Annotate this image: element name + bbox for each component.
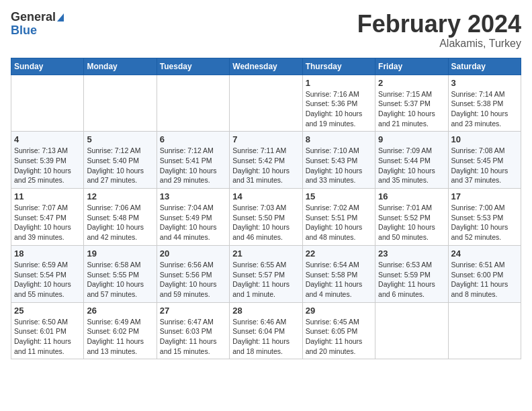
calendar-cell: 4Sunrise: 7:13 AMSunset: 5:39 PMDaylight…	[11, 132, 84, 189]
day-number: 14	[232, 191, 299, 201]
day-info: Sunrise: 6:45 AMSunset: 6:05 PMDaylight:…	[306, 317, 372, 357]
day-number: 6	[160, 134, 226, 144]
logo-blue: Blue	[11, 24, 64, 38]
calendar-cell: 24Sunrise: 6:51 AMSunset: 6:00 PMDayligh…	[448, 245, 521, 302]
calendar-week-row: 11Sunrise: 7:07 AMSunset: 5:47 PMDayligh…	[11, 189, 521, 246]
calendar-cell: 3Sunrise: 7:14 AMSunset: 5:38 PMDaylight…	[448, 75, 521, 132]
day-info: Sunrise: 6:54 AMSunset: 5:58 PMDaylight:…	[306, 260, 372, 300]
calendar-cell: 20Sunrise: 6:56 AMSunset: 5:56 PMDayligh…	[157, 245, 229, 302]
day-number: 20	[160, 248, 226, 259]
title-block: February 2024 Alakamis, Turkey	[357, 11, 521, 50]
day-info: Sunrise: 6:49 AMSunset: 6:02 PMDaylight:…	[87, 317, 153, 357]
day-info: Sunrise: 7:12 AMSunset: 5:40 PMDaylight:…	[87, 146, 153, 185]
day-number: 12	[87, 191, 153, 201]
day-info: Sunrise: 6:55 AMSunset: 5:57 PMDaylight:…	[232, 260, 299, 300]
calendar-cell: 9Sunrise: 7:09 AMSunset: 5:44 PMDaylight…	[375, 132, 448, 189]
weekday-header-thursday: Thursday	[302, 58, 375, 75]
day-info: Sunrise: 7:08 AMSunset: 5:45 PMDaylight:…	[451, 146, 518, 185]
calendar-cell: 7Sunrise: 7:11 AMSunset: 5:42 PMDaylight…	[230, 132, 302, 189]
day-number: 1	[306, 78, 372, 88]
day-info: Sunrise: 7:03 AMSunset: 5:50 PMDaylight:…	[232, 203, 299, 242]
day-number: 18	[14, 248, 81, 259]
day-number: 25	[14, 306, 81, 316]
weekday-header-wednesday: Wednesday	[230, 58, 302, 75]
day-number: 9	[378, 134, 445, 144]
day-info: Sunrise: 7:01 AMSunset: 5:52 PMDaylight:…	[378, 203, 445, 242]
calendar-cell: 25Sunrise: 6:50 AMSunset: 6:01 PMDayligh…	[11, 302, 84, 359]
day-number: 19	[87, 248, 153, 259]
day-info: Sunrise: 7:09 AMSunset: 5:44 PMDaylight:…	[378, 146, 445, 185]
day-number: 2	[378, 78, 445, 88]
day-info: Sunrise: 6:47 AMSunset: 6:03 PMDaylight:…	[160, 317, 226, 357]
calendar-cell: 23Sunrise: 6:53 AMSunset: 5:59 PMDayligh…	[375, 245, 448, 302]
logo-general: General	[11, 11, 64, 24]
calendar-week-row: 18Sunrise: 6:59 AMSunset: 5:54 PMDayligh…	[11, 245, 521, 302]
day-number: 27	[160, 306, 226, 316]
day-info: Sunrise: 6:51 AMSunset: 6:00 PMDaylight:…	[451, 260, 518, 300]
page-header: General Blue February 2024 Alakamis, Tur…	[11, 11, 521, 50]
calendar-cell: 8Sunrise: 7:10 AMSunset: 5:43 PMDaylight…	[302, 132, 375, 189]
logo: General Blue	[11, 11, 64, 38]
calendar-cell: 18Sunrise: 6:59 AMSunset: 5:54 PMDayligh…	[11, 245, 84, 302]
calendar-cell: 12Sunrise: 7:06 AMSunset: 5:48 PMDayligh…	[84, 189, 157, 246]
day-info: Sunrise: 7:10 AMSunset: 5:43 PMDaylight:…	[306, 146, 372, 185]
day-info: Sunrise: 7:06 AMSunset: 5:48 PMDaylight:…	[87, 203, 153, 242]
calendar-cell: 16Sunrise: 7:01 AMSunset: 5:52 PMDayligh…	[375, 189, 448, 246]
day-info: Sunrise: 7:07 AMSunset: 5:47 PMDaylight:…	[14, 203, 81, 242]
calendar-cell: 27Sunrise: 6:47 AMSunset: 6:03 PMDayligh…	[157, 302, 229, 359]
calendar-cell	[375, 302, 448, 359]
day-number: 28	[232, 306, 299, 316]
day-info: Sunrise: 6:50 AMSunset: 6:01 PMDaylight:…	[14, 317, 81, 357]
day-number: 8	[306, 134, 372, 144]
day-info: Sunrise: 7:04 AMSunset: 5:49 PMDaylight:…	[160, 203, 226, 242]
calendar-week-row: 1Sunrise: 7:16 AMSunset: 5:36 PMDaylight…	[11, 75, 521, 132]
calendar-cell	[448, 302, 521, 359]
calendar-week-row: 4Sunrise: 7:13 AMSunset: 5:39 PMDaylight…	[11, 132, 521, 189]
day-info: Sunrise: 7:14 AMSunset: 5:38 PMDaylight:…	[451, 89, 518, 129]
day-info: Sunrise: 7:11 AMSunset: 5:42 PMDaylight:…	[232, 146, 299, 185]
calendar-cell: 29Sunrise: 6:45 AMSunset: 6:05 PMDayligh…	[302, 302, 375, 359]
day-number: 10	[451, 134, 518, 144]
calendar-cell: 28Sunrise: 6:46 AMSunset: 6:04 PMDayligh…	[230, 302, 302, 359]
calendar-cell: 2Sunrise: 7:15 AMSunset: 5:37 PMDaylight…	[375, 75, 448, 132]
day-number: 3	[451, 78, 518, 88]
day-number: 26	[87, 306, 153, 316]
calendar-cell: 22Sunrise: 6:54 AMSunset: 5:58 PMDayligh…	[302, 245, 375, 302]
weekday-header-row: SundayMondayTuesdayWednesdayThursdayFrid…	[11, 58, 521, 75]
location-title: Alakamis, Turkey	[357, 38, 521, 50]
day-number: 7	[232, 134, 299, 144]
day-number: 21	[232, 248, 299, 259]
day-info: Sunrise: 7:12 AMSunset: 5:41 PMDaylight:…	[160, 146, 226, 185]
day-number: 4	[14, 134, 81, 144]
weekday-header-tuesday: Tuesday	[157, 58, 229, 75]
day-info: Sunrise: 7:16 AMSunset: 5:36 PMDaylight:…	[306, 89, 372, 129]
day-number: 24	[451, 248, 518, 259]
calendar-cell: 17Sunrise: 7:00 AMSunset: 5:53 PMDayligh…	[448, 189, 521, 246]
day-info: Sunrise: 7:02 AMSunset: 5:51 PMDaylight:…	[306, 203, 372, 242]
weekday-header-saturday: Saturday	[448, 58, 521, 75]
calendar-cell: 26Sunrise: 6:49 AMSunset: 6:02 PMDayligh…	[84, 302, 157, 359]
calendar-cell: 6Sunrise: 7:12 AMSunset: 5:41 PMDaylight…	[157, 132, 229, 189]
day-info: Sunrise: 6:56 AMSunset: 5:56 PMDaylight:…	[160, 260, 226, 300]
month-title: February 2024	[357, 11, 521, 38]
weekday-header-sunday: Sunday	[11, 58, 84, 75]
day-info: Sunrise: 6:58 AMSunset: 5:55 PMDaylight:…	[87, 260, 153, 300]
day-number: 17	[451, 191, 518, 201]
day-info: Sunrise: 6:46 AMSunset: 6:04 PMDaylight:…	[232, 317, 299, 357]
day-number: 22	[306, 248, 372, 259]
calendar-cell: 1Sunrise: 7:16 AMSunset: 5:36 PMDaylight…	[302, 75, 375, 132]
day-number: 13	[160, 191, 226, 201]
day-number: 23	[378, 248, 445, 259]
day-number: 16	[378, 191, 445, 201]
day-info: Sunrise: 6:53 AMSunset: 5:59 PMDaylight:…	[378, 260, 445, 300]
day-info: Sunrise: 7:15 AMSunset: 5:37 PMDaylight:…	[378, 89, 445, 129]
calendar-cell: 11Sunrise: 7:07 AMSunset: 5:47 PMDayligh…	[11, 189, 84, 246]
calendar-table: SundayMondayTuesdayWednesdayThursdayFrid…	[11, 58, 521, 360]
day-number: 15	[306, 191, 372, 201]
calendar-cell: 13Sunrise: 7:04 AMSunset: 5:49 PMDayligh…	[157, 189, 229, 246]
calendar-cell: 10Sunrise: 7:08 AMSunset: 5:45 PMDayligh…	[448, 132, 521, 189]
calendar-cell: 21Sunrise: 6:55 AMSunset: 5:57 PMDayligh…	[230, 245, 302, 302]
day-number: 5	[87, 134, 153, 144]
day-info: Sunrise: 7:00 AMSunset: 5:53 PMDaylight:…	[451, 203, 518, 242]
calendar-cell	[230, 75, 302, 132]
